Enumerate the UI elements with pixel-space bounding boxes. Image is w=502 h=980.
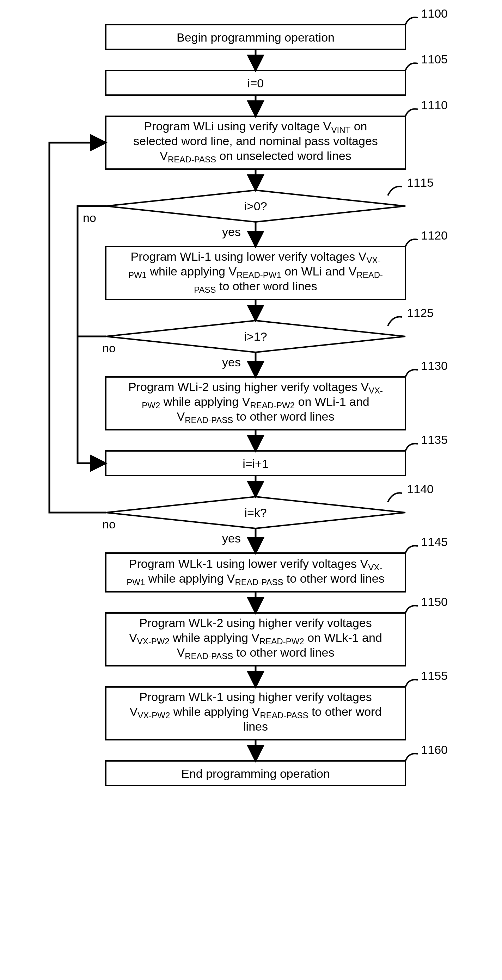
svg-text:i=0: i=0 (247, 76, 264, 90)
label-no-1140: no (102, 517, 116, 531)
svg-text:Program WLi using verify volta: Program WLi using verify voltage VVINT o… (144, 119, 367, 135)
svg-text:PW2 while applying VREAD-PW2 o: PW2 while applying VREAD-PW2 on WLi-1 an… (142, 395, 370, 410)
label-yes-1140: yes (222, 531, 241, 545)
node-1150: Program WLk-2 using higher verify voltag… (106, 595, 448, 666)
svg-text:VREAD-PASS to other word lines: VREAD-PASS to other word lines (177, 646, 335, 661)
svg-text:End programming operation: End programming operation (181, 767, 330, 780)
node-1160: End programming operation 1160 (106, 743, 448, 786)
svg-text:1120: 1120 (421, 229, 448, 242)
svg-text:Program WLk-2 using higher ver: Program WLk-2 using higher verify voltag… (139, 616, 372, 630)
svg-text:Program WLk-1 using higher ver: Program WLk-1 using higher verify voltag… (139, 690, 372, 703)
svg-text:PASS to other word lines: PASS to other word lines (194, 279, 317, 294)
svg-text:selected word line, and nomina: selected word line, and nominal pass vol… (133, 134, 378, 148)
flowchart: Begin programming operation 1100 i=0 110… (0, 0, 502, 980)
node-1110: Program WLi using verify voltage VVINT o… (106, 98, 448, 169)
node-1115: i>0? 1115 (106, 176, 433, 222)
svg-text:Program WLk-1 using lower veri: Program WLk-1 using lower verify voltage… (129, 557, 382, 572)
svg-text:VVX-PW2 while applying VREAD-P: VVX-PW2 while applying VREAD-PASS to oth… (130, 705, 382, 720)
edge-1115-1135 (78, 206, 106, 463)
svg-text:1105: 1105 (421, 52, 448, 66)
svg-text:i>0?: i>0? (244, 199, 267, 213)
svg-text:i>1?: i>1? (244, 330, 267, 343)
node-1130: Program WLi-2 using higher verify voltag… (106, 359, 448, 430)
svg-text:1145: 1145 (421, 535, 448, 549)
node-1100: Begin programming operation 1100 (106, 7, 448, 49)
label-yes-1115: yes (222, 225, 241, 239)
node-1155: Program WLk-1 using higher verify voltag… (106, 669, 448, 740)
svg-text:i=k?: i=k? (244, 506, 266, 519)
node-1145: Program WLk-1 using lower verify voltage… (106, 535, 448, 592)
svg-text:1110: 1110 (421, 98, 448, 112)
node-1135: i=i+1 1135 (106, 433, 448, 476)
svg-text:1130: 1130 (421, 359, 448, 372)
svg-text:i=i+1: i=i+1 (242, 457, 269, 470)
label-yes-1125: yes (222, 355, 241, 369)
svg-text:1140: 1140 (407, 482, 433, 496)
svg-text:1115: 1115 (407, 176, 433, 189)
svg-text:PW1 while applying VREAD-PASS : PW1 while applying VREAD-PASS to other w… (127, 572, 384, 587)
label-no-1125: no (102, 341, 116, 355)
node-1120: Program WLi-1 using lower verify voltage… (106, 229, 448, 299)
node-1105: i=0 1105 (106, 52, 448, 95)
svg-text:Begin programming operation: Begin programming operation (177, 31, 335, 44)
svg-text:1100: 1100 (421, 7, 448, 20)
svg-text:lines: lines (243, 720, 268, 733)
node-1125: i>1? 1125 (106, 306, 433, 352)
svg-text:Program WLi-1 using lower veri: Program WLi-1 using lower verify voltage… (131, 250, 381, 265)
label-no-1115: no (83, 211, 96, 224)
svg-text:1135: 1135 (421, 433, 448, 446)
svg-text:1155: 1155 (421, 669, 448, 682)
svg-text:PW1 while applying VREAD-PW1 o: PW1 while applying VREAD-PW1 on WLi and … (128, 264, 383, 280)
svg-text:Program WLi-2 using higher ver: Program WLi-2 using higher verify voltag… (128, 380, 383, 395)
svg-text:VREAD-PASS on unselected word : VREAD-PASS on unselected word lines (160, 149, 351, 164)
node-1140: i=k? 1140 (106, 482, 433, 528)
svg-text:VVX-PW2 while applying VREAD-P: VVX-PW2 while applying VREAD-PW2 on WLk-… (129, 631, 382, 646)
svg-text:1150: 1150 (421, 595, 448, 608)
svg-text:1160: 1160 (421, 743, 448, 756)
svg-text:VREAD-PASS to other word lines: VREAD-PASS to other word lines (177, 410, 335, 425)
svg-text:1125: 1125 (407, 306, 433, 320)
